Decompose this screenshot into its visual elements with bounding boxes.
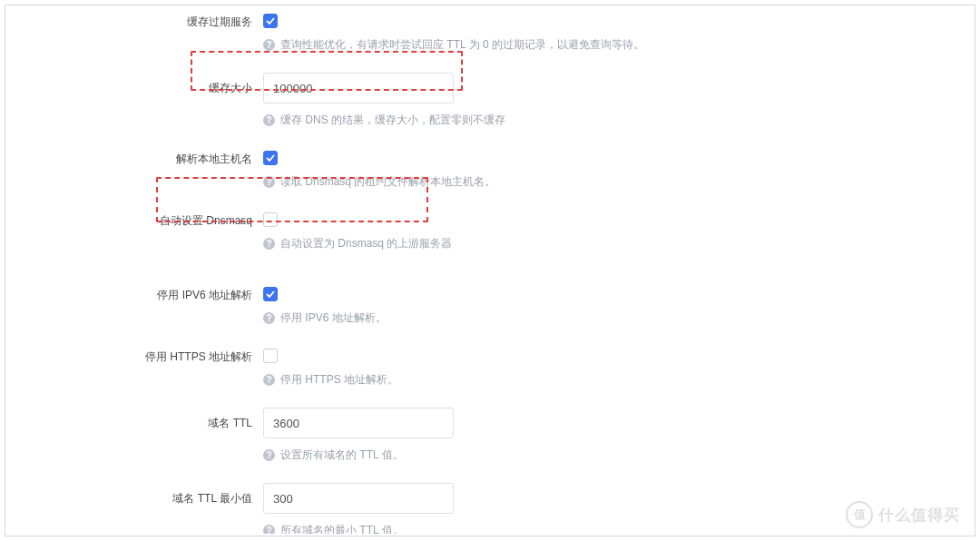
label-ttl-min: 域名 TTL 最小值	[11, 483, 263, 507]
help-text: 停用 IPV6 地址解析。	[280, 310, 387, 326]
help-ttl: ?设置所有域名的 TTL 值。	[263, 448, 969, 463]
input-ttl[interactable]	[263, 408, 454, 438]
checkbox-resolve-local[interactable]	[263, 151, 278, 165]
help-text: 停用 HTTPS 地址解析。	[280, 372, 398, 388]
help-cache-size: ?缓存 DNS 的结果，缓存大小，配置零则不缓存	[263, 113, 969, 128]
help-resolve-local: ?读取 Dnsmasq 的租约文件解析本地主机名。	[263, 174, 969, 190]
row-cache-expired: 缓存过期服务 ?查询性能优化，有请求时尝试回应 TTL 为 0 的过期记录，以避…	[11, 7, 969, 69]
input-cache-size[interactable]	[263, 73, 454, 103]
row-disable-ipv6: 停用 IPV6 地址解析 ?停用 IPV6 地址解析。	[11, 280, 969, 342]
label-cache-size: 缓存大小	[11, 73, 263, 96]
checkbox-disable-ipv6[interactable]	[263, 287, 278, 301]
label-ttl: 域名 TTL	[11, 408, 263, 431]
label-cache-expired: 缓存过期服务	[11, 11, 263, 30]
settings-form: 缓存过期服务 ?查询性能优化，有请求时尝试回应 TTL 为 0 的过期记录，以避…	[11, 7, 969, 534]
label-disable-ipv6: 停用 IPV6 地址解析	[11, 284, 263, 303]
help-disable-https: ?停用 HTTPS 地址解析。	[263, 372, 969, 388]
label-disable-https: 停用 HTTPS 地址解析	[11, 346, 263, 365]
checkbox-auto-dnsmasq[interactable]	[263, 212, 278, 227]
help-auto-dnsmasq: ?自动设置为 Dnsmasq 的上游服务器	[263, 236, 969, 251]
row-disable-https: 停用 HTTPS 地址解析 ?停用 HTTPS 地址解析。	[11, 342, 969, 404]
help-ttl-min: ?所有域名的最小 TTL 值。	[263, 523, 969, 534]
help-text: 读取 Dnsmasq 的租约文件解析本地主机名。	[280, 174, 495, 190]
help-text: 自动设置为 Dnsmasq 的上游服务器	[280, 236, 452, 251]
checkbox-disable-https[interactable]	[263, 349, 278, 363]
help-text: 查询性能优化，有请求时尝试回应 TTL 为 0 的过期记录，以避免查询等待。	[280, 37, 644, 53]
row-ttl-min: 域名 TTL 最小值 ?所有域名的最小 TTL 值。	[11, 479, 969, 534]
help-text: 设置所有域名的 TTL 值。	[280, 448, 404, 463]
question-icon: ?	[263, 374, 275, 386]
row-cache-size: 缓存大小 ?缓存 DNS 的结果，缓存大小，配置零则不缓存	[11, 69, 969, 144]
question-icon: ?	[263, 449, 275, 461]
question-icon: ?	[263, 176, 275, 188]
row-auto-dnsmasq: 自动设置 Dnsmasq ?自动设置为 Dnsmasq 的上游服务器	[11, 206, 969, 268]
question-icon: ?	[263, 238, 275, 250]
question-icon: ?	[263, 114, 275, 126]
help-text: 所有域名的最小 TTL 值。	[280, 523, 404, 534]
row-ttl: 域名 TTL ?设置所有域名的 TTL 值。	[11, 404, 969, 479]
help-cache-expired: ?查询性能优化，有请求时尝试回应 TTL 为 0 的过期记录，以避免查询等待。	[263, 37, 969, 53]
input-ttl-min[interactable]	[263, 483, 454, 514]
label-auto-dnsmasq: 自动设置 Dnsmasq	[11, 210, 263, 229]
help-disable-ipv6: ?停用 IPV6 地址解析。	[263, 310, 969, 326]
question-icon: ?	[263, 525, 275, 534]
question-icon: ?	[263, 39, 275, 51]
row-resolve-local: 解析本地主机名 ?读取 Dnsmasq 的租约文件解析本地主机名。	[11, 144, 969, 206]
question-icon: ?	[263, 312, 275, 324]
label-resolve-local: 解析本地主机名	[11, 148, 263, 167]
help-text: 缓存 DNS 的结果，缓存大小，配置零则不缓存	[280, 113, 505, 128]
checkbox-cache-expired[interactable]	[263, 14, 278, 28]
